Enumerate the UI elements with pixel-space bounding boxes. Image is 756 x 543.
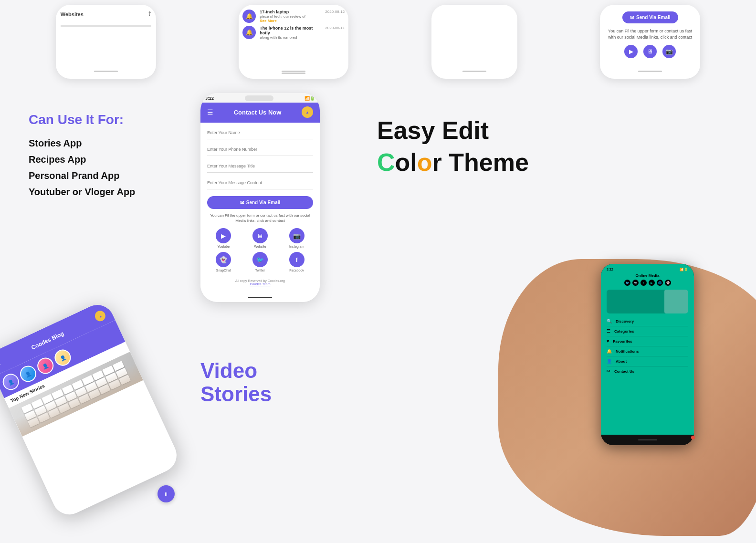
can-use-list: Stories App Recipes App Personal Prand A… <box>29 135 181 200</box>
notch <box>245 95 273 101</box>
team-link[interactable]: Coodes Team <box>250 282 270 286</box>
online-media-label: Online Media <box>607 273 688 278</box>
story-avatar-4[interactable]: 👤 <box>52 347 74 368</box>
youtube-icon-top[interactable]: ▶ <box>624 45 638 58</box>
message-title-input[interactable] <box>207 164 313 168</box>
menu-item-notifications[interactable]: 🔔 Notifications <box>607 346 688 356</box>
email-icon: ✉ <box>630 15 634 20</box>
bottom-section: ☰ Coodes Blog ▲ 👤 👤 👤 👤 Top New Stories <box>0 307 756 531</box>
phone-desc: You can Fil the upper form or contact us… <box>207 213 313 223</box>
notif-content-2: The iPhone 12 is the most hotly along wi… <box>260 26 321 40</box>
contact-card-top: ✉ Send Via Email You can Fil the upper f… <box>600 5 700 79</box>
menu-item-discovery[interactable]: 🔍 Discovery <box>607 316 688 326</box>
tilted-phone-wrapper: ☰ Coodes Blog ▲ 👤 👤 👤 👤 Top New Stories <box>19 302 191 483</box>
notification-item-2: 🔔 The iPhone 12 is the most hotly along … <box>242 26 345 40</box>
use-item-3: Personal Prand App <box>29 167 181 184</box>
contact-label: Contact Us <box>614 369 634 374</box>
notif-body-2: along with its rumored <box>260 35 321 40</box>
menu-item-favourites[interactable]: ♥ Favourites <box>607 336 688 346</box>
name-field <box>207 127 313 139</box>
share-icon[interactable]: ⤴ <box>148 10 151 18</box>
favourites-label: Favourites <box>613 339 632 344</box>
divider <box>61 25 151 27</box>
phone-field <box>207 144 313 156</box>
right-section: Easy Edit Color Theme <box>339 98 727 176</box>
message-content-input[interactable] <box>207 180 313 185</box>
green-menu: 🔍 Discovery ☰ Categories ♥ Favourites <box>607 316 688 376</box>
phone-input[interactable] <box>207 147 313 152</box>
facebook-label: Facebook <box>289 269 304 272</box>
notif-body-1: piece of tech. our review of <box>260 14 321 19</box>
discovery-label: Discovery <box>616 319 634 324</box>
video-title-line1: Video <box>200 359 257 382</box>
story-avatar-3[interactable]: 👤 <box>35 355 56 376</box>
social-item-snapchat[interactable]: 👻 SnapChat <box>207 252 240 272</box>
twitter-icon: 🐦 <box>252 252 268 267</box>
send-via-email-button-top[interactable]: ✉ Send Via Email <box>622 11 678 23</box>
facebook-icon-green[interactable]: f <box>640 280 647 286</box>
social-item-website[interactable]: 🖥 Website <box>244 228 277 248</box>
video-stories-text: Video Stories <box>191 312 286 406</box>
instagram-icon-top[interactable]: 📷 <box>662 45 676 58</box>
can-use-section: Can Use It For: Stories App Recipes App … <box>29 98 181 200</box>
categories-icon: ☰ <box>607 329 610 334</box>
notif-title-2: The iPhone 12 is the most hotly along wi… <box>260 26 321 40</box>
use-item-1: Stories App <box>29 135 181 151</box>
easy-edit-title: Easy Edit <box>377 117 489 144</box>
hamburger-menu-icon[interactable]: ☰ <box>207 108 213 116</box>
instagram-icon-green[interactable]: 📷 <box>632 280 639 286</box>
website-icon-top[interactable]: 🖥 <box>643 45 657 58</box>
twitter-icon-green[interactable]: 🐦 <box>624 280 630 286</box>
color-c: C <box>377 148 395 176</box>
menu-item-about[interactable]: 👤 About <box>607 356 688 366</box>
send-via-email-button-center[interactable]: ✉ Send Via Email <box>207 196 313 209</box>
social-item-youtube[interactable]: ▶ Youtube <box>207 228 240 248</box>
social-item-instagram[interactable]: 📷 Instagram <box>280 228 313 248</box>
home-bar-green <box>601 435 694 446</box>
website-icon-green[interactable]: 🌐 <box>657 280 663 286</box>
discovery-icon: 🔍 <box>607 319 612 324</box>
brand-logo: ▲ <box>302 106 313 118</box>
color-theme-title: Color Theme <box>377 149 529 176</box>
message-title-field <box>207 161 313 173</box>
menu-item-categories[interactable]: ☰ Categories <box>607 326 688 336</box>
social-item-twitter[interactable]: 🐦 Twitter <box>244 252 277 272</box>
home-indicator-green <box>638 439 657 440</box>
name-input[interactable] <box>207 130 313 135</box>
message-content-field <box>207 178 313 189</box>
favourites-icon: ♥ <box>607 339 609 344</box>
use-item-2: Recipes App <box>29 151 181 167</box>
hand-container: 3:32 📶🔋 Online Media 🐦 📷 f ▶ 🌐 👻 <box>470 259 756 522</box>
social-item-facebook[interactable]: f Facebook <box>280 252 313 272</box>
contact-desc-top: You can Fil the upper form or contact us… <box>607 28 693 40</box>
story-avatar-1[interactable]: 👤 <box>0 371 21 393</box>
pause-button[interactable]: ⏸ <box>158 485 175 502</box>
snapchat-icon-green[interactable]: 👻 <box>665 280 671 286</box>
websites-label: Websites <box>61 11 84 17</box>
can-use-title: Can Use It For: <box>29 112 181 127</box>
hamburger-icon-tilted: ☰ <box>0 361 1 367</box>
notification-bell-icon-2: 🔔 <box>242 26 256 39</box>
color-r: r Theme <box>432 148 529 176</box>
menu-item-contact[interactable]: ✉ Contact Us <box>607 366 688 376</box>
social-grid: ▶ Youtube 🖥 Website 📷 Instagram 👻 SnapCh… <box>207 228 313 272</box>
see-more-link[interactable]: See More <box>260 19 321 23</box>
home-indicator <box>200 292 320 302</box>
green-status-icons: 📶🔋 <box>680 268 688 272</box>
bottom-bar <box>282 73 305 74</box>
story-avatar-2[interactable]: 👤 <box>17 363 39 385</box>
held-green-phone: 3:32 📶🔋 Online Media 🐦 📷 f ▶ 🌐 👻 <box>601 264 694 445</box>
center-phone-contact: 3:22 📶🔋 ☰ Contact Us Now ▲ <box>200 93 320 302</box>
status-icons: 📶🔋 <box>304 96 315 101</box>
about-label: About <box>616 359 627 364</box>
website-label: Website <box>254 245 266 248</box>
youtube-icon-green[interactable]: ▶ <box>649 280 655 286</box>
websites-phone-mockup: Websites ⤴ <box>56 5 156 79</box>
snapchat-icon: 👻 <box>216 252 231 267</box>
notif-date-1: 2020-08-12 <box>325 10 345 14</box>
contact-header-title: Contact Us Now <box>234 109 282 116</box>
social-icons-row-top: ▶ 🖥 📷 <box>624 45 676 58</box>
thumbnail-area <box>607 290 688 313</box>
green-phone-screen: 3:32 📶🔋 Online Media 🐦 📷 f ▶ 🌐 👻 <box>601 264 694 434</box>
notif-content-1: 17-inch laptop piece of tech. our review… <box>260 10 321 23</box>
